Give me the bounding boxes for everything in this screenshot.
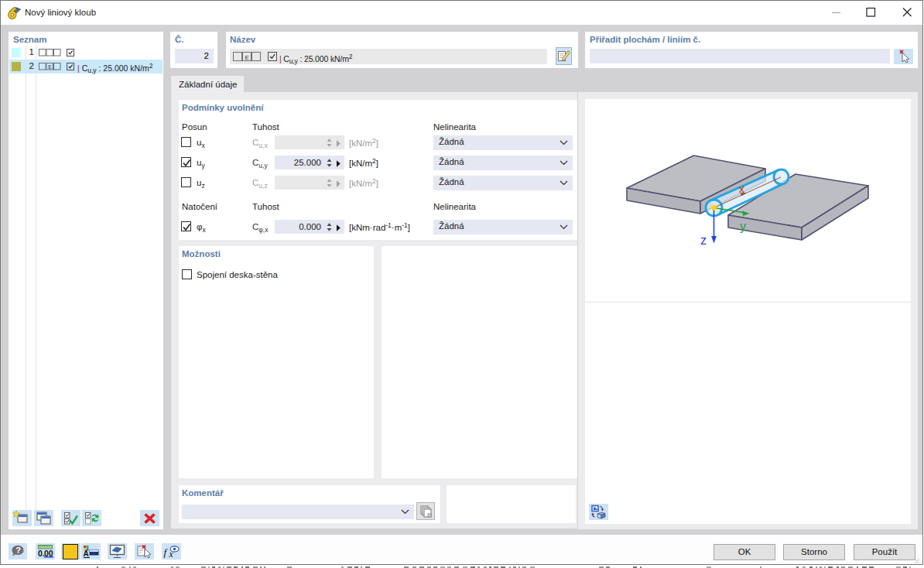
svg-text:E: E bbox=[245, 54, 249, 61]
svg-text:E: E bbox=[48, 64, 52, 70]
svg-text:00: 00 bbox=[44, 549, 53, 558]
svg-text:A: A bbox=[84, 549, 89, 558]
svg-text:?: ? bbox=[15, 546, 21, 555]
svg-text:y: y bbox=[740, 220, 746, 233]
svg-text:f: f bbox=[164, 546, 169, 558]
svg-text:x: x bbox=[739, 182, 745, 195]
svg-text:z: z bbox=[700, 234, 707, 247]
